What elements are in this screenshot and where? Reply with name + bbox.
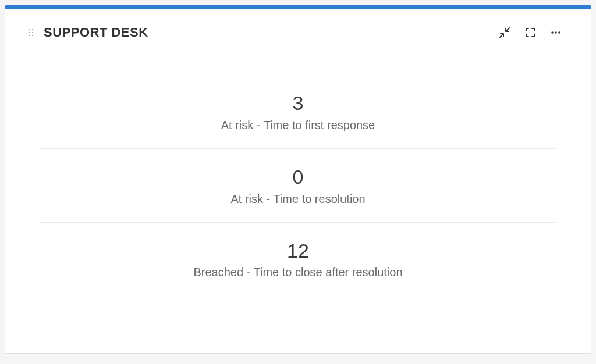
- more-icon[interactable]: [550, 27, 562, 38]
- metric-value: 12: [287, 239, 309, 263]
- card-header: SUPPORT DESK: [5, 9, 591, 52]
- svg-point-5: [32, 35, 33, 36]
- metric-value: 0: [293, 165, 304, 189]
- header-actions: [499, 27, 567, 38]
- svg-point-2: [29, 32, 30, 33]
- metric-label: Breached - Time to close after resolutio…: [193, 266, 402, 279]
- header-left: SUPPORT DESK: [29, 25, 148, 40]
- svg-point-3: [32, 32, 33, 33]
- metric-row[interactable]: 3 At risk - Time to first response: [40, 75, 556, 149]
- svg-point-6: [551, 31, 554, 34]
- metric-row[interactable]: 0 At risk - Time to resolution: [40, 149, 556, 223]
- expand-icon[interactable]: [524, 27, 536, 38]
- card-body: 3 At risk - Time to first response 0 At …: [5, 52, 591, 295]
- metric-row[interactable]: 12 Breached - Time to close after resolu…: [40, 223, 556, 296]
- svg-point-1: [32, 29, 33, 30]
- metric-label: At risk - Time to first response: [221, 119, 375, 132]
- svg-point-4: [29, 35, 30, 36]
- svg-point-7: [555, 31, 557, 34]
- metric-value: 3: [293, 91, 304, 115]
- collapse-icon[interactable]: [499, 27, 510, 38]
- svg-point-8: [558, 31, 560, 34]
- card-title: SUPPORT DESK: [44, 25, 148, 40]
- drag-handle-icon[interactable]: [29, 28, 36, 37]
- svg-point-0: [29, 29, 30, 30]
- support-desk-card: SUPPORT DESK: [5, 5, 591, 354]
- metric-label: At risk - Time to resolution: [230, 192, 365, 206]
